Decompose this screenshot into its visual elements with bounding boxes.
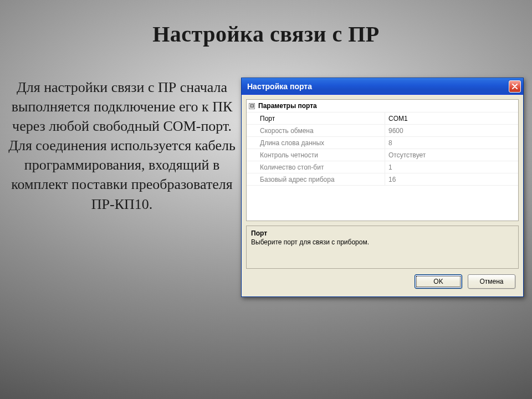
slide-title: Настройка связи с ПР <box>0 0 532 47</box>
prop-value[interactable]: 1 <box>385 161 518 173</box>
prop-label: Количество стоп-бит <box>247 161 385 173</box>
prop-value[interactable]: 16 <box>385 173 518 185</box>
help-text: Выберите порт для связи с прибором. <box>251 238 514 246</box>
property-grid[interactable]: ⊟ Параметры порта Порт COM1 Скорость обм… <box>246 99 519 221</box>
prop-label: Порт <box>247 112 385 124</box>
prop-label: Базовый адрес прибора <box>247 173 385 185</box>
ok-button[interactable]: OK <box>415 274 462 289</box>
instruction-text: Для настройки связи с ПР сначала выполня… <box>3 78 241 214</box>
prop-row-parity[interactable]: Контроль четности Отсутствует <box>247 149 518 161</box>
group-header[interactable]: ⊟ Параметры порта <box>247 100 518 112</box>
close-button[interactable] <box>509 80 521 93</box>
prop-value[interactable]: 9600 <box>385 125 518 136</box>
dialog-title: Настройка порта <box>247 82 509 91</box>
prop-row-stopbits[interactable]: Количество стоп-бит 1 <box>247 161 518 173</box>
prop-row-wordlen[interactable]: Длина слова данных 8 <box>247 137 518 149</box>
prop-value[interactable]: 8 <box>385 137 518 149</box>
prop-row-baud[interactable]: Скорость обмена 9600 <box>247 125 518 137</box>
dialog-body: ⊟ Параметры порта Порт COM1 Скорость обм… <box>242 95 523 296</box>
group-header-label: Параметры порта <box>258 102 317 110</box>
prop-row-address[interactable]: Базовый адрес прибора 16 <box>247 173 518 186</box>
prop-label: Контроль четности <box>247 149 385 161</box>
port-settings-dialog: Настройка порта ⊟ Параметры порта Порт C… <box>241 78 524 297</box>
dialog-buttons: OK Отмена <box>246 269 519 292</box>
collapse-icon[interactable]: ⊟ <box>249 103 255 109</box>
help-title: Порт <box>251 229 514 237</box>
prop-value[interactable]: COM1 <box>385 112 518 124</box>
help-panel: Порт Выберите порт для связи с прибором. <box>246 226 519 269</box>
prop-row-port[interactable]: Порт COM1 <box>247 112 518 125</box>
dialog-container: Настройка порта ⊟ Параметры порта Порт C… <box>241 78 524 297</box>
cancel-button[interactable]: Отмена <box>468 274 515 289</box>
dialog-titlebar[interactable]: Настройка порта <box>242 78 523 95</box>
close-icon <box>512 84 518 89</box>
prop-label: Длина слова данных <box>247 137 385 149</box>
slide-content: Для настройки связи с ПР сначала выполня… <box>0 47 532 297</box>
prop-value[interactable]: Отсутствует <box>385 149 518 161</box>
prop-label: Скорость обмена <box>247 125 385 136</box>
